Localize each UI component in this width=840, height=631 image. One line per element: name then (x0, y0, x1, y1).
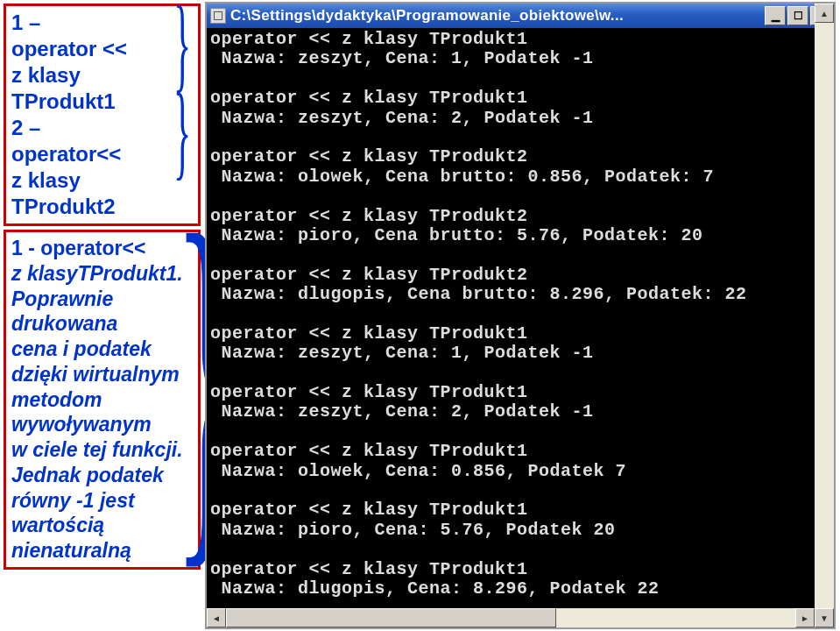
text: wywoływanym (11, 412, 193, 437)
scroll-track[interactable] (815, 23, 834, 608)
text: z klasy (11, 62, 193, 89)
text: 2 – (11, 115, 193, 141)
text: drukowana (11, 311, 193, 337)
annotation-box-1: 1 – operator << z klasy TProdukt1 2 – op… (4, 4, 201, 226)
console-window: C:\Settings\dydaktyka\Programowanie_obie… (205, 2, 836, 629)
text: z klasyTProdukt1. (11, 261, 193, 287)
text: operator<< (11, 141, 193, 167)
text: dzięki wirtualnym (11, 362, 193, 387)
text: operator << (11, 36, 193, 62)
minimize-icon: ▁ (772, 10, 780, 22)
annotation-box-2: 1 - operator<< z klasyTProdukt1. Poprawn… (4, 230, 201, 570)
app-icon (210, 8, 226, 24)
scroll-left-button[interactable]: ◄ (207, 608, 226, 627)
maximize-icon: ☐ (794, 10, 803, 22)
text: cena i podatek (11, 337, 193, 362)
text: z klasy (11, 167, 193, 194)
horizontal-scrollbar[interactable]: ◄ ► (207, 608, 834, 627)
text: wartością (11, 513, 193, 538)
window-title: C:\Settings\dydaktyka\Programowanie_obie… (230, 7, 765, 25)
text: równy -1 jest (11, 488, 193, 514)
text: Poprawnie (11, 287, 193, 312)
vertical-scrollbar[interactable]: ▲ ▼ (815, 4, 834, 627)
text: 1 – (11, 10, 193, 36)
window-body: operator << z klasy TProdukt1 Nazwa: zes… (207, 28, 834, 608)
titlebar[interactable]: C:\Settings\dydaktyka\Programowanie_obie… (207, 4, 834, 28)
scroll-down-button[interactable]: ▼ (815, 608, 834, 627)
scroll-up-button[interactable]: ▲ (815, 4, 834, 23)
console-output: operator << z klasy TProdukt1 Nazwa: zes… (207, 28, 834, 608)
text: nienaturalną (11, 538, 193, 564)
text: 1 - operator<< (11, 236, 193, 261)
minimize-button[interactable]: ▁ (765, 6, 786, 25)
scroll-track[interactable] (226, 608, 795, 627)
scroll-right-button[interactable]: ► (795, 608, 815, 627)
text: Jednak podatek (11, 463, 193, 488)
text: metodom (11, 387, 193, 413)
scroll-thumb[interactable] (226, 608, 556, 627)
maximize-button[interactable]: ☐ (787, 6, 808, 25)
text: w ciele tej funkcji. (11, 437, 193, 463)
text: TProdukt2 (11, 194, 193, 220)
annotation-column: 1 – operator << z klasy TProdukt1 2 – op… (4, 4, 201, 573)
text: TProdukt1 (11, 89, 193, 115)
